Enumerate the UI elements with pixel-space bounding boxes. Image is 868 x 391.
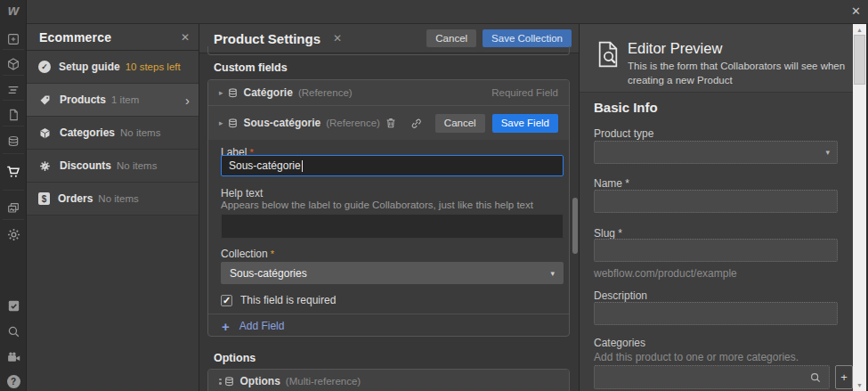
custom-fields-box: ▸ Catégorie (Reference) Required Field ▸… (207, 79, 570, 337)
pages-icon[interactable] (0, 103, 27, 126)
audit-check-icon[interactable] (0, 294, 27, 317)
collection-value: Sous-catégories (230, 267, 307, 280)
collection-select[interactable]: Sous-catégories ▾ (221, 262, 564, 284)
item-label: Discounts (60, 159, 111, 172)
cancel-collection-button[interactable]: Cancel (426, 29, 476, 47)
slug-label: Slug * (594, 227, 622, 240)
panel-scrollbar-thumb[interactable] (572, 198, 578, 254)
help-text-hint: Appears below the label to guide Collabo… (221, 200, 533, 210)
scroll-up-icon[interactable]: ▲ (853, 27, 866, 33)
ecommerce-cart-icon[interactable] (0, 160, 27, 183)
webflow-designer-window: ✕ w (0, 0, 868, 391)
preview-title: Editor Preview (628, 40, 722, 57)
product-type-select[interactable]: ▾ (594, 141, 838, 164)
cms-database-icon[interactable] (0, 130, 27, 153)
chevron-down-icon: ▾ (825, 148, 830, 157)
scrollbar-thumb[interactable] (854, 35, 865, 85)
save-field-button[interactable]: Save Field (492, 114, 558, 133)
settings-gear-icon[interactable] (0, 223, 27, 246)
help-text-input[interactable] (221, 214, 564, 239)
sidebar-item-products[interactable]: Products 1 item › (27, 84, 199, 117)
field-name: Catégorie (244, 86, 293, 99)
scrolled-box-edge (207, 46, 570, 55)
item-meta: 10 steps left (126, 61, 181, 72)
badge-icon (38, 159, 52, 173)
required-checkbox-row[interactable]: ✓ This field is required (221, 294, 336, 306)
sidebar-item-orders[interactable]: $ Orders No items (27, 183, 199, 216)
close-icon[interactable]: ✕ (181, 31, 190, 44)
add-category-button[interactable]: + (835, 365, 853, 389)
assets-images-icon[interactable] (0, 197, 27, 220)
editor-preview-header: Editor Preview This is the form that Col… (580, 24, 853, 93)
product-type-label: Product type (594, 127, 653, 140)
plus-icon: + (222, 320, 230, 333)
editor-preview-panel: Editor Preview This is the form that Col… (580, 24, 853, 391)
expand-arrow-icon[interactable]: ▸ (219, 118, 223, 127)
ecommerce-panel: Ecommerce ✕ ✓ Setup guide 10 steps left … (27, 24, 199, 391)
description-input[interactable] (594, 302, 838, 325)
add-field-button[interactable]: + Add Field (208, 314, 569, 337)
dollar-ticket-icon: $ (38, 192, 50, 205)
sidebar-item-discounts[interactable]: Discounts No items (27, 150, 199, 183)
ecommerce-panel-header: Ecommerce ✕ (27, 24, 199, 51)
text-cursor (302, 160, 303, 172)
link-icon[interactable] (410, 117, 423, 130)
expand-arrow-icon[interactable]: ▸ (219, 88, 223, 97)
page-preview-icon (596, 40, 621, 69)
navigator-icon[interactable] (0, 78, 27, 102)
basic-info-heading: Basic Info (594, 100, 658, 115)
tag-icon (38, 94, 52, 107)
field-row-options[interactable]: Options (Multi-reference) (208, 370, 569, 391)
right-scrollbar[interactable]: ▲ ▼ (853, 24, 866, 391)
divider (3, 190, 24, 191)
elements-cube-icon[interactable] (0, 53, 27, 76)
multi-reference-dots-icon (219, 379, 222, 385)
box-icon (38, 126, 52, 140)
item-label: Products (60, 94, 106, 106)
sidebar-item-categories[interactable]: Categories No items (27, 117, 199, 150)
divider (3, 49, 24, 50)
sidebar-item-setup-guide[interactable]: ✓ Setup guide 10 steps left (27, 51, 199, 84)
collection-label: Collection* (221, 248, 274, 260)
delete-field-icon[interactable] (385, 117, 397, 129)
name-label: Name * (594, 177, 629, 190)
categories-label: Categories (594, 337, 645, 349)
field-type: (Multi-reference) (286, 376, 361, 387)
required-field-label: Required Field (491, 87, 558, 98)
label-input[interactable]: Sous-catégorie (221, 155, 564, 176)
check-circle-icon: ✓ (38, 61, 51, 73)
checkbox-checked-icon[interactable]: ✓ (221, 295, 232, 306)
video-tutorials-icon[interactable] (0, 346, 27, 369)
field-name: Options (240, 375, 280, 387)
save-collection-button[interactable]: Save Collection (483, 29, 572, 47)
name-input[interactable] (594, 190, 838, 213)
panel-title: Product Settings (214, 31, 320, 46)
options-heading: Options (214, 352, 256, 364)
search-icon[interactable] (0, 320, 27, 343)
add-panel-icon[interactable] (0, 28, 27, 51)
checkbox-label: This field is required (240, 294, 336, 306)
item-meta: No items (117, 160, 157, 171)
divider (3, 126, 24, 126)
close-icon[interactable]: ✕ (333, 32, 342, 45)
field-name: Sous-catégorie (244, 117, 321, 129)
item-meta: No items (98, 193, 138, 204)
divider (3, 153, 24, 154)
reference-stack-icon (227, 87, 239, 99)
window-close-icon[interactable]: ✕ (851, 4, 861, 18)
cancel-field-button[interactable]: Cancel (435, 114, 485, 133)
left-toolbar: w (0, 0, 27, 391)
field-row-categorie[interactable]: ▸ Catégorie (Reference) Required Field (208, 80, 569, 106)
field-type: (Reference) (326, 118, 380, 128)
slug-input[interactable] (594, 239, 838, 262)
options-box: Options (Multi-reference) (207, 369, 570, 391)
chevron-down-icon: ▾ (550, 269, 555, 278)
categories-search-input[interactable] (602, 371, 809, 384)
scroll-down-icon[interactable]: ▼ (853, 382, 866, 388)
field-row-sous-categorie[interactable]: ▸ Sous-catégorie (Reference) Cancel Save… (208, 106, 569, 140)
help-icon[interactable]: ? (0, 370, 27, 391)
item-meta: 1 item (111, 94, 139, 105)
categories-search-field[interactable] (594, 365, 830, 389)
reference-stack-icon (223, 376, 235, 387)
add-field-label: Add Field (239, 320, 285, 332)
